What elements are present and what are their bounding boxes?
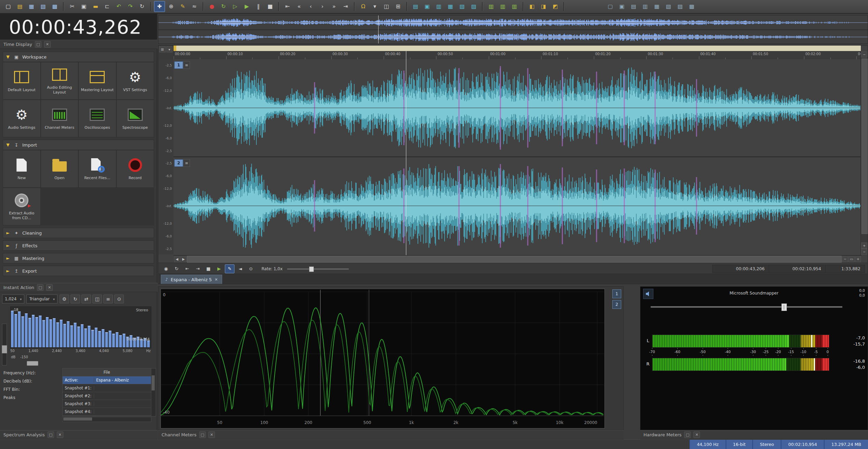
collapse-arrow-icon[interactable]: ▼ [5, 54, 11, 59]
float-panel-icon[interactable]: □ [37, 284, 43, 291]
close-panel-icon[interactable]: ✕ [46, 284, 53, 291]
trimmer-window-icon[interactable]: ▥ [433, 1, 444, 12]
overview-waveform[interactable] [158, 15, 868, 44]
sync-icon[interactable]: ⇄ [81, 295, 91, 303]
spectrum-panel-tab[interactable]: Spectrum Analysis □ ✕ [0, 430, 157, 439]
save-all-icon[interactable]: ▩ [49, 1, 60, 12]
snapshot-table-scrollbar[interactable] [151, 368, 156, 416]
ruler-options-icon[interactable]: ⊞ [159, 46, 166, 52]
drop-region-icon[interactable]: ◫ [381, 1, 392, 12]
volume-slider-handle[interactable] [781, 303, 787, 311]
edit-tool-icon[interactable]: ✚ [154, 1, 165, 12]
magnify-tool-icon[interactable]: ⊕ [166, 1, 177, 12]
channel-2-meter-button[interactable]: 2 [612, 300, 621, 309]
action-extract-audio-from-cd-[interactable]: Extract Audio from CD... [3, 188, 41, 225]
window-type-select[interactable]: Triangular ▾ [26, 295, 58, 303]
spectrum-horizontal-slider[interactable] [10, 361, 151, 365]
transport-loop-icon[interactable]: ↻ [172, 264, 181, 273]
slider-handle[interactable] [2, 345, 7, 353]
hardware-meters-panel-tab[interactable]: Hardware Meters □ ✕ [640, 430, 868, 439]
hardware-meters-toggle-icon[interactable]: ▥ [509, 1, 520, 12]
section-header-export[interactable]: ►↥Export [3, 266, 154, 276]
new-file-icon[interactable]: ▢ [3, 1, 14, 12]
channel-menu-icon[interactable]: ≡ [183, 159, 190, 167]
slider-handle[interactable] [27, 361, 38, 366]
action-new[interactable]: New [3, 150, 41, 188]
channel-1-number-badge[interactable]: 1 [174, 61, 183, 69]
close-panel-icon[interactable]: ✕ [57, 432, 63, 438]
channel-menu-icon[interactable]: ≡ [183, 61, 190, 69]
expand-arrow-icon[interactable]: ► [5, 243, 11, 248]
video-window-icon[interactable]: ▣ [422, 1, 433, 12]
plugin-manager-window-icon[interactable]: ▧ [457, 1, 468, 12]
loop-playback-icon[interactable]: ↻ [218, 1, 229, 12]
dock-window-1-icon[interactable]: ▢ [605, 1, 616, 12]
action-record[interactable]: Record [116, 150, 154, 188]
stop-icon[interactable]: ■ [265, 1, 276, 12]
close-panel-icon[interactable]: ✕ [693, 432, 700, 438]
action-recent-files-[interactable]: Recent Files... [78, 150, 116, 188]
copy-icon[interactable]: ▣ [78, 1, 89, 12]
play-icon[interactable]: ▶ [241, 1, 252, 12]
fast-forward-icon[interactable]: » [329, 1, 340, 12]
level-ruler[interactable]: -2,5-6,0-12,0-Inf.-12,0-6,0-2,5-2,5-6,0-… [158, 59, 174, 254]
pause-icon[interactable]: ‖ [253, 1, 264, 12]
record-icon[interactable]: ● [206, 1, 217, 12]
zoom-out-icon[interactable]: − [842, 256, 848, 262]
loop-start-marker[interactable] [174, 46, 176, 51]
menu-icon[interactable]: ≡ [103, 295, 113, 303]
scrollbar-thumb[interactable] [63, 417, 92, 421]
section-header-cleaning[interactable]: ►✦Cleaning [3, 228, 154, 238]
section-header-import[interactable]: ▼↧Import [3, 140, 154, 150]
horizontal-scroll-thumb[interactable] [187, 256, 842, 263]
instant-action-panel-tab[interactable]: Instant Action □ ✕ [0, 283, 157, 292]
float-panel-icon[interactable]: □ [48, 432, 54, 438]
section-header-effects[interactable]: ►ƒEffects [3, 240, 154, 251]
rate-slider-handle[interactable] [309, 266, 314, 272]
zoom-out-icon[interactable]: − [861, 249, 867, 255]
paste-icon[interactable]: ▬ [90, 1, 101, 12]
scroll-left-icon[interactable]: ◀ [174, 256, 180, 262]
transport-smpte-icon[interactable]: ⊙ [246, 264, 256, 273]
transport-go-to-end-icon[interactable]: ⇥ [193, 264, 203, 273]
save-as-icon[interactable]: ▧ [38, 1, 49, 12]
channel-2-number-badge[interactable]: 2 [174, 159, 183, 167]
dock-window-8-icon[interactable]: ▩ [686, 1, 697, 12]
float-panel-icon[interactable]: □ [199, 432, 206, 438]
section-header-workspace[interactable]: ▼▣Workspace [3, 52, 154, 62]
channel-2-waveform[interactable]: 2≡ [174, 157, 861, 254]
step-back-icon[interactable]: ‹ [305, 1, 316, 12]
dock-window-2-icon[interactable]: ▣ [616, 1, 627, 12]
document-tab[interactable]: ♪ Espana - Albeniz 5 ✕ [161, 275, 222, 284]
trim-icon[interactable]: ⊏ [102, 1, 113, 12]
go-to-end-icon[interactable]: ⇥ [340, 1, 351, 12]
channel-1-waveform[interactable]: 1≡ [174, 59, 861, 157]
action-open[interactable]: Open [41, 150, 79, 188]
action-spectroscope[interactable]: Spectroscope [116, 100, 154, 137]
play-meters-icon[interactable]: ▥ [486, 1, 497, 12]
ruler-menu-icon[interactable]: ▾ [166, 46, 173, 52]
transport-go-to-start-icon[interactable]: ⇤ [182, 264, 192, 273]
time-display-panel-tab[interactable]: Time Display □ ✕ [0, 40, 157, 49]
go-to-start-icon[interactable]: ⇤ [282, 1, 293, 12]
table-row[interactable]: Snapshot #3: [63, 400, 151, 408]
action-default-layout[interactable]: Default Layout [3, 62, 41, 100]
scrollbar-thumb[interactable] [152, 375, 155, 390]
channel-meters-panel-tab[interactable]: Channel Meters □ ✕ [158, 430, 624, 439]
save-icon[interactable]: ▦ [26, 1, 37, 12]
action-audio-settings[interactable]: ⚙Audio Settings [3, 100, 41, 137]
vertical-scrollbar[interactable]: −+− [860, 51, 868, 255]
transport-scrub-icon[interactable]: ✎ [225, 264, 234, 273]
pencil-tool-icon[interactable]: ✎ [177, 1, 188, 12]
scroll-up-icon[interactable]: − [861, 51, 867, 58]
action-channel-meters[interactable]: Channel Meters [41, 100, 79, 137]
cut-icon[interactable]: ✂ [67, 1, 78, 12]
table-row[interactable]: Snapshot #4: [63, 408, 151, 416]
undo-icon[interactable]: ↶ [113, 1, 124, 12]
explorer-window-icon[interactable]: ▨ [468, 1, 479, 12]
action-mastering-layout[interactable]: Mastering Layout [78, 62, 116, 100]
rate-slider[interactable] [287, 266, 349, 271]
section-header-mastering[interactable]: ►▦Mastering [3, 253, 154, 263]
dock-window-4-icon[interactable]: ▥ [640, 1, 651, 12]
close-panel-icon[interactable]: ✕ [44, 41, 51, 48]
